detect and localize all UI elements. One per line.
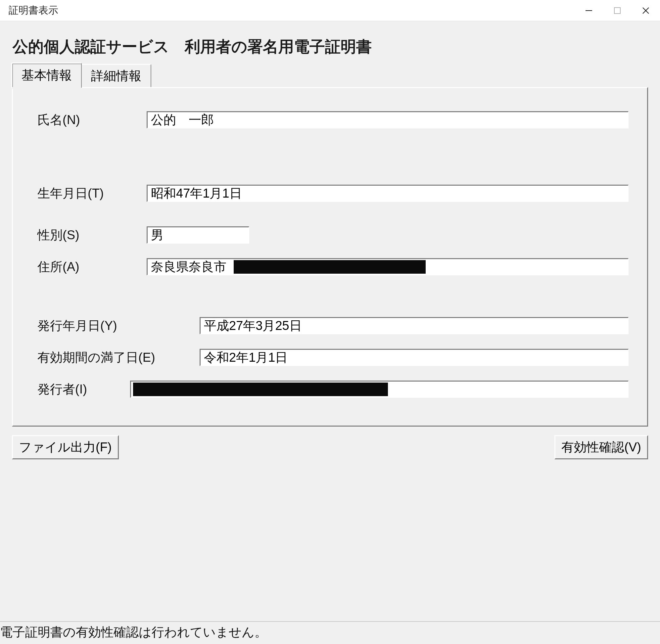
label-address: 住所(A) — [38, 258, 146, 275]
tab-basic-info[interactable]: 基本情報 — [11, 63, 82, 88]
field-birthdate[interactable]: 昭和47年1月1日 — [146, 185, 629, 202]
label-birthdate: 生年月日(T) — [38, 185, 146, 202]
field-name[interactable]: 公的 一郎 — [146, 111, 629, 129]
value-issue-date: 平成27年3月25日 — [204, 317, 302, 334]
tab-detail-info[interactable]: 詳細情報 — [81, 64, 151, 87]
field-expiry-date[interactable]: 令和2年1月1日 — [200, 349, 629, 366]
title-bar: 証明書表示 — [0, 0, 660, 21]
svg-rect-1 — [614, 8, 620, 14]
tab-strip: 基本情報 詳細情報 — [11, 63, 660, 88]
validate-button[interactable]: 有効性確認(V) — [554, 435, 648, 459]
field-issuer[interactable] — [130, 381, 629, 398]
label-issuer: 発行者(I) — [38, 381, 130, 398]
status-bar: 電子証明書の有効性確認は行われていません。 — [0, 621, 660, 644]
tab-detail-info-label: 詳細情報 — [91, 69, 141, 83]
label-expiry-date: 有効期間の満了日(E) — [38, 349, 200, 366]
file-output-button[interactable]: ファイル出力(F) — [12, 435, 119, 459]
window-title: 証明書表示 — [0, 4, 575, 17]
file-output-button-label: ファイル出力(F) — [19, 440, 112, 454]
label-sex: 性別(S) — [38, 227, 146, 244]
maximize-button — [603, 0, 632, 21]
address-redacted-icon — [234, 260, 426, 274]
label-name: 氏名(N) — [38, 112, 146, 129]
label-issue-date: 発行年月日(Y) — [38, 317, 200, 334]
field-address[interactable]: 奈良県奈良市 — [146, 258, 629, 275]
tab-basic-info-label: 基本情報 — [22, 68, 72, 82]
value-name: 公的 一郎 — [151, 112, 214, 129]
field-sex[interactable]: 男 — [146, 226, 249, 244]
close-button[interactable] — [632, 0, 660, 21]
field-issue-date[interactable]: 平成27年3月25日 — [200, 317, 629, 334]
value-birthdate: 昭和47年1月1日 — [151, 185, 242, 202]
status-text: 電子証明書の有効性確認は行われていません。 — [0, 625, 267, 639]
value-address-prefix: 奈良県奈良市 — [151, 258, 226, 275]
page-title: 公的個人認証サービス 利用者の署名用電子証明書 — [0, 21, 660, 63]
value-sex: 男 — [151, 227, 163, 244]
value-expiry-date: 令和2年1月1日 — [204, 349, 288, 366]
basic-info-panel: 氏名(N) 公的 一郎 生年月日(T) 昭和47年1月1日 性別(S) 男 住所… — [12, 87, 648, 427]
minimize-button[interactable] — [575, 0, 603, 21]
button-bar: ファイル出力(F) 有効性確認(V) — [12, 435, 648, 459]
issuer-redacted-icon — [133, 383, 388, 396]
validate-button-label: 有効性確認(V) — [561, 440, 641, 454]
